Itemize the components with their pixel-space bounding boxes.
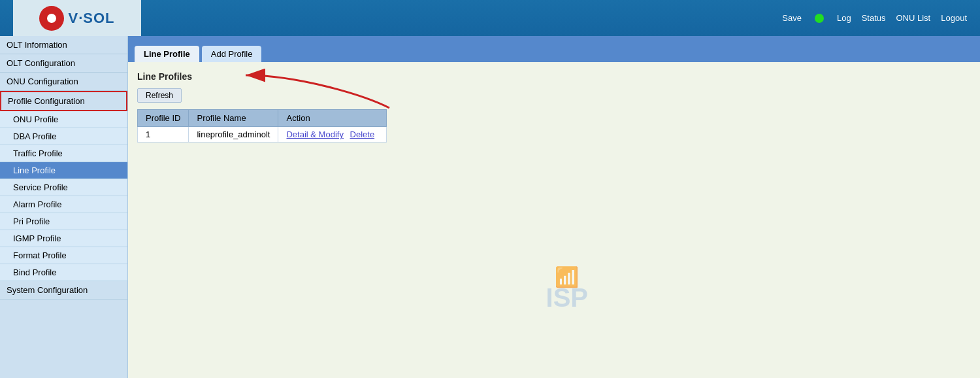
cell-profile-id: 1: [138, 127, 189, 143]
logo-icon: [39, 6, 64, 31]
save-button[interactable]: Save: [782, 13, 802, 23]
sidebar-item-bind-profile[interactable]: Bind Profile: [0, 264, 127, 281]
layout: OLT Information OLT Configuration ONU Co…: [0, 36, 980, 378]
sidebar-item-alarm-profile[interactable]: Alarm Profile: [0, 196, 127, 213]
sidebar-item-system-config[interactable]: System Configuration: [0, 281, 127, 300]
sidebar-item-profile-config[interactable]: Profile Configuration: [0, 91, 127, 111]
log-link[interactable]: Log: [837, 13, 851, 23]
logo-area: V·SOL: [13, 0, 141, 36]
sidebar: OLT Information OLT Configuration ONU Co…: [0, 36, 128, 378]
sidebar-item-service-profile[interactable]: Service Profile: [0, 179, 127, 196]
detail-modify-link[interactable]: Detail & Modify: [286, 129, 343, 139]
header-links: Log Status ONU List Logout: [837, 13, 967, 23]
header: V·SOL Save Log Status ONU List Logout: [0, 0, 980, 36]
sidebar-item-onu-config[interactable]: ONU Configuration: [0, 73, 127, 91]
logo-text: V·SOL: [68, 10, 114, 27]
tab-bar: Line Profile Add Profile: [128, 36, 980, 62]
onu-list-link[interactable]: ONU List: [896, 13, 931, 23]
tab-line-profile[interactable]: Line Profile: [135, 46, 199, 62]
status-link[interactable]: Status: [862, 13, 886, 23]
col-header-profile-name: Profile Name: [189, 110, 278, 127]
col-header-profile-id: Profile ID: [138, 110, 189, 127]
content-area: Line Profiles Refresh Profile ID Profile…: [128, 62, 980, 378]
content-title: Line Profiles: [137, 71, 971, 82]
cell-profile-name: lineprofile_adminolt: [189, 127, 278, 143]
sidebar-item-traffic-profile[interactable]: Traffic Profile: [0, 145, 127, 162]
header-right: Save Log Status ONU List Logout: [782, 13, 967, 23]
sidebar-item-dba-profile[interactable]: DBA Profile: [0, 128, 127, 145]
sidebar-item-format-profile[interactable]: Format Profile: [0, 247, 127, 264]
profiles-table: Profile ID Profile Name Action 1 linepro…: [137, 109, 387, 143]
table-row: 1 lineprofile_adminolt Detail & Modify D…: [138, 127, 387, 143]
delete-link[interactable]: Delete: [350, 129, 375, 139]
refresh-button[interactable]: Refresh: [137, 88, 182, 103]
sidebar-item-olt-config[interactable]: OLT Configuration: [0, 54, 127, 73]
cell-action: Detail & Modify Delete: [278, 127, 387, 143]
col-header-action: Action: [278, 110, 387, 127]
isp-watermark: 📶 ISP: [546, 266, 588, 313]
tab-add-profile[interactable]: Add Profile: [202, 46, 262, 62]
sidebar-item-line-profile[interactable]: Line Profile: [0, 162, 127, 179]
isp-text: ISP: [546, 283, 588, 313]
logo-inner-circle: [45, 12, 58, 25]
sidebar-item-olt-info[interactable]: OLT Information: [0, 36, 127, 54]
sidebar-item-onu-profile[interactable]: ONU Profile: [0, 111, 127, 128]
status-indicator: [815, 14, 824, 23]
sidebar-item-pri-profile[interactable]: Pri Profile: [0, 213, 127, 230]
main-content: Line Profile Add Profile Line Profiles R…: [128, 36, 980, 378]
logout-link[interactable]: Logout: [941, 13, 967, 23]
sidebar-item-igmp-profile[interactable]: IGMP Profile: [0, 230, 127, 247]
